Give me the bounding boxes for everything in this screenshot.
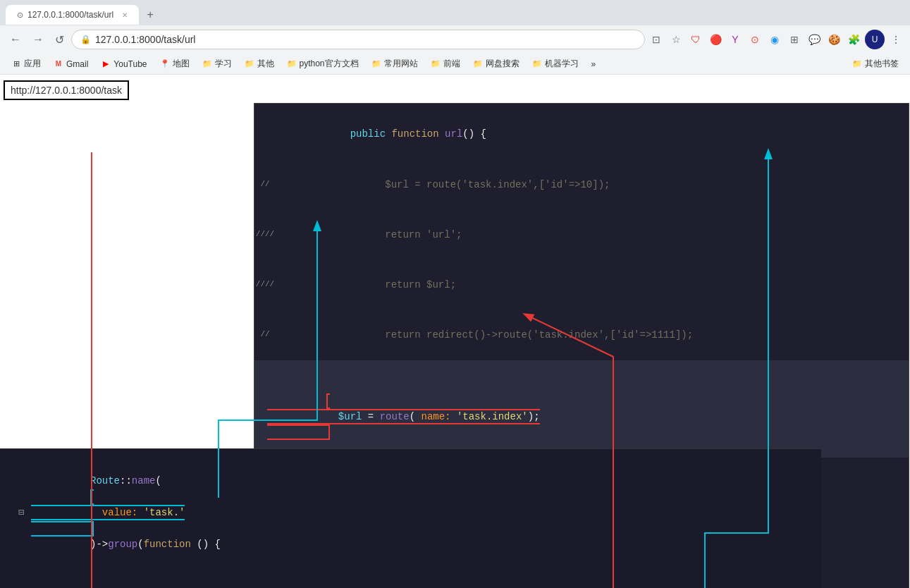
tab-bar: ⊙ 127.0.0.1:8000/task/url ✕ + <box>0 0 910 25</box>
nav-icons: ⊡ ☆ 🛡 🔴 Y ⊙ ◉ ⊞ 💬 🍪 🧩 U ⋮ <box>648 30 904 49</box>
bookmark-frontend[interactable]: 📁 前端 <box>425 56 466 71</box>
bookmark-ml[interactable]: 📁 机器学习 <box>527 56 584 71</box>
nav-icon-6[interactable]: 💬 <box>806 31 823 48</box>
folder-icon-4: 📁 <box>371 59 381 69</box>
code-panel-bottom: ⊟ Route::name( value: 'task.' )->group(f… <box>0 448 821 588</box>
folder-icon-8: 📁 <box>852 59 862 69</box>
active-tab[interactable]: ⊙ 127.0.0.1:8000/task/url ✕ <box>6 5 139 25</box>
url-annotation-box: http://127.0.0.1:8000/task <box>4 80 129 100</box>
code-line-4: //// return $url; <box>254 260 909 310</box>
bookmark-study[interactable]: 📁 学习 <box>197 56 238 71</box>
back-button[interactable]: ← <box>6 30 25 49</box>
folder-icon-2: 📁 <box>245 59 254 69</box>
translate-icon[interactable]: ⊡ <box>648 31 665 48</box>
bookmark-python[interactable]: 📁 python官方文档 <box>281 56 364 71</box>
gmail-icon: M <box>54 59 63 69</box>
code-line-3: //// return 'url'; <box>254 209 909 259</box>
bookmark-netdisk[interactable]: 📁 网盘搜索 <box>467 56 525 71</box>
folder-icon-1: 📁 <box>202 59 212 69</box>
bottom-line-2: ⊟ Route::get( uri: 'index', function () … <box>0 570 821 588</box>
maps-icon: 📍 <box>160 59 170 69</box>
forward-button[interactable]: → <box>28 30 48 49</box>
folder-icon-6: 📁 <box>473 59 483 69</box>
code-line-5: // return redirect()->route('task.index'… <box>254 310 909 360</box>
folder-icon-7: 📁 <box>532 59 542 69</box>
bookmark-common[interactable]: 📁 常用网站 <box>366 56 424 71</box>
address-text: 127.0.0.1:8000/task/url <box>95 34 195 45</box>
nav-icon-4[interactable]: ◉ <box>766 31 783 48</box>
menu-icon[interactable]: ⋮ <box>887 31 904 48</box>
bottom-line-1: ⊟ Route::name( value: 'task.' )->group(f… <box>0 456 821 570</box>
folder-icon-5: 📁 <box>431 59 441 69</box>
nav-icon-5[interactable]: ⊞ <box>786 31 803 48</box>
nav-icon-1[interactable]: 🔴 <box>707 31 724 48</box>
bookmarks-bar: ⊞ 应用 M Gmail ▶ YouTube 📍 地图 📁 学习 📁 其他 📁 … <box>0 54 910 75</box>
bookmark-other-bookmarks[interactable]: 📁 其他书签 <box>847 56 904 71</box>
reload-button[interactable]: ↺ <box>51 30 68 49</box>
apps-icon: ⊞ <box>11 59 21 69</box>
address-bar[interactable]: 🔒 127.0.0.1:8000/task/url <box>71 30 645 49</box>
nav-icon-2[interactable]: Y <box>727 31 744 48</box>
youtube-icon: ▶ <box>101 59 111 69</box>
code-line-6: $url = route( name: 'task.index'); <box>254 360 909 458</box>
shield-icon[interactable]: 🛡 <box>687 31 704 48</box>
nav-icon-7[interactable]: 🍪 <box>825 31 842 48</box>
folder-icon-3: 📁 <box>287 59 297 69</box>
bookmark-star-icon[interactable]: ☆ <box>668 31 684 48</box>
bookmark-other[interactable]: 📁 其他 <box>239 56 280 71</box>
nav-icon-3[interactable]: ⊙ <box>746 31 763 48</box>
page-content: http://127.0.0.1:8000/task public functi… <box>0 75 910 588</box>
code-line-2: // $url = route('task.index',['id'=>10])… <box>254 159 909 209</box>
code-line-1: public function url() { <box>254 109 909 159</box>
bookmark-more[interactable]: » <box>586 58 602 71</box>
new-tab-button[interactable]: + <box>142 6 159 23</box>
bookmark-maps[interactable]: 📍 地图 <box>154 56 195 71</box>
nav-bar: ← → ↺ 🔒 127.0.0.1:8000/task/url ⊡ ☆ 🛡 🔴 … <box>0 25 910 54</box>
bookmark-apps[interactable]: ⊞ 应用 <box>6 56 47 71</box>
extensions-icon[interactable]: 🧩 <box>845 31 862 48</box>
bookmark-gmail[interactable]: M Gmail <box>48 58 94 71</box>
bookmark-youtube[interactable]: ▶ YouTube <box>95 58 152 71</box>
profile-icon[interactable]: U <box>865 30 885 49</box>
